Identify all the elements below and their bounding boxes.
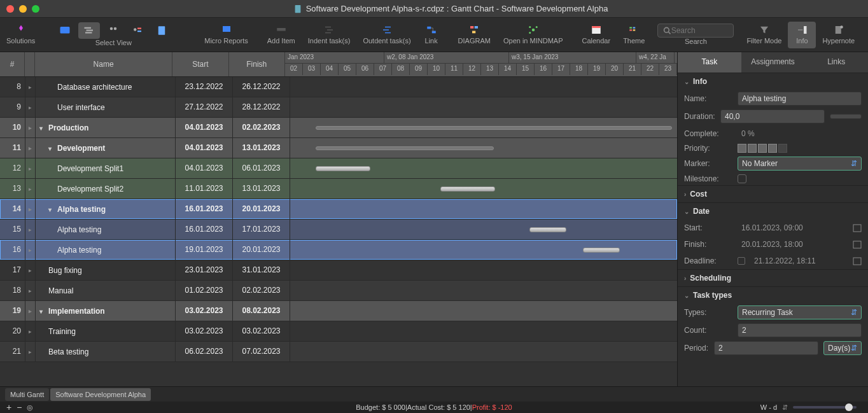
tab-links[interactable]: Links <box>804 52 868 73</box>
target-icon[interactable]: ◎ <box>27 403 33 412</box>
gantt-header: # Name Start Finish Jan 2023w2, 08 Jan 2… <box>0 52 677 77</box>
calendar-button[interactable]: Calendar <box>575 22 617 48</box>
section-scheduling[interactable]: ›Scheduling <box>678 269 868 286</box>
filter-mode-button[interactable]: Filter Mode <box>740 22 788 48</box>
table-row[interactable]: 8▸Database architecture23.12.202226.12.2… <box>0 77 677 97</box>
table-row[interactable]: 11▸▾Development04.01.202313.01.2023 <box>0 138 677 158</box>
svg-point-20 <box>535 26 537 28</box>
svg-rect-34 <box>853 258 861 265</box>
svg-rect-32 <box>853 225 861 232</box>
timeline-header[interactable]: Jan 2023w2, 08 Jan 2023w3, 15 Jan 2023w4… <box>285 52 677 76</box>
table-row[interactable]: 17▸Bug fixing23.01.202331.01.2023 <box>0 260 677 281</box>
milestone-checkbox[interactable] <box>738 174 746 183</box>
zoom-icon[interactable] <box>32 5 39 13</box>
column-number[interactable]: # <box>0 52 25 76</box>
finish-value: 20.01.2023, 18:00 <box>738 238 848 251</box>
svg-rect-23 <box>592 26 601 28</box>
column-start[interactable]: Start <box>172 52 228 76</box>
tab-task[interactable]: Task <box>678 52 741 73</box>
svg-rect-24 <box>630 27 633 28</box>
indent-task-button: Indent task(s) <box>302 22 357 48</box>
svg-point-18 <box>531 28 535 31</box>
duration-unit-select[interactable] <box>830 114 862 119</box>
mindmap-button[interactable]: Open in MINDMAP <box>497 22 570 48</box>
tab-assignments[interactable]: Assignments <box>741 52 805 73</box>
svg-point-19 <box>529 26 531 28</box>
search-input[interactable] <box>657 24 734 38</box>
svg-rect-4 <box>85 32 92 33</box>
info-button[interactable]: Info <box>788 22 816 48</box>
column-disclosure <box>25 52 35 76</box>
inspector-panel: Task Assignments Links ⌄Info Name: Durat… <box>677 52 868 386</box>
column-name[interactable]: Name <box>35 52 172 76</box>
svg-rect-2 <box>85 27 92 28</box>
view-doc-button[interactable] <box>151 22 172 39</box>
close-icon[interactable] <box>6 5 14 13</box>
zoom-stepper[interactable]: ⇵ <box>782 403 788 412</box>
svg-rect-8 <box>137 27 141 29</box>
table-row[interactable]: 18▸Manual01.02.202302.02.2023 <box>0 281 677 301</box>
hypernote-button[interactable]: Hypernote <box>816 22 861 48</box>
footer-tabs: Multi Gantt Software Development Alpha <box>0 386 868 402</box>
view-team-button[interactable] <box>102 22 124 39</box>
svg-point-6 <box>114 27 117 30</box>
outdent-task-button[interactable]: Outdent task(s) <box>356 22 417 48</box>
marker-select[interactable]: No Marker⇵ <box>738 157 862 171</box>
duration-input[interactable] <box>720 109 825 123</box>
svg-point-5 <box>110 27 113 30</box>
calendar-icon[interactable] <box>853 256 862 265</box>
table-row[interactable]: 20▸Training03.02.202303.02.2023 <box>0 321 677 342</box>
svg-rect-10 <box>158 26 165 35</box>
budget-text: Budget: $ 5 000|Actual Cost: $ 5 120| <box>356 403 472 411</box>
column-finish[interactable]: Finish <box>229 52 285 76</box>
svg-rect-15 <box>470 26 473 29</box>
theme-button[interactable]: Theme <box>617 22 651 48</box>
section-info[interactable]: ⌄Info <box>678 73 868 90</box>
micro-reports-button[interactable]: Micro Reports <box>198 22 254 48</box>
table-row[interactable]: 12▸Development Split104.01.202306.01.202… <box>0 158 677 179</box>
tab-multi-gantt[interactable]: Multi Gantt <box>5 388 49 401</box>
section-task-types[interactable]: ⌄Task types <box>678 286 868 304</box>
period-unit-select[interactable]: Day(s)⇵ <box>823 341 862 355</box>
diagram-button[interactable]: DIAGRAM <box>452 22 497 48</box>
window-controls <box>6 5 39 13</box>
minimize-icon[interactable] <box>19 5 27 13</box>
gantt-body[interactable]: 8▸Database architecture23.12.202226.12.2… <box>0 77 677 386</box>
view-gantt-button[interactable] <box>78 22 100 39</box>
section-cost[interactable]: ›Cost <box>678 185 868 202</box>
table-row[interactable]: 10▸▾Production04.01.202302.02.2023 <box>0 118 677 138</box>
table-row[interactable]: 13▸Development Split211.01.202313.01.202… <box>0 179 677 199</box>
remove-icon[interactable]: − <box>17 402 22 412</box>
solutions-button[interactable]: Solutions <box>0 22 41 48</box>
tab-project[interactable]: Software Development Alpha <box>50 388 151 401</box>
types-select[interactable]: Recurring Task⇵ <box>738 305 862 319</box>
svg-rect-29 <box>804 26 807 34</box>
table-row[interactable]: 9▸User interface27.12.202228.12.2022 <box>0 97 677 118</box>
count-input[interactable] <box>738 323 862 337</box>
table-row[interactable]: 15▸Alpha testing16.01.202317.01.2023 <box>0 220 677 240</box>
task-name-input[interactable] <box>738 92 862 106</box>
svg-rect-26 <box>633 27 636 28</box>
view-resource-button[interactable] <box>127 22 148 39</box>
deadline-checkbox[interactable] <box>738 257 745 265</box>
table-row[interactable]: 14▸▾Alpha testing16.01.202320.01.2023 <box>0 199 677 220</box>
calendar-icon[interactable] <box>853 223 862 232</box>
table-row[interactable]: 16▸Alpha testing19.01.202320.01.2023 <box>0 240 677 260</box>
titlebar: Software Development Alpha-s-r.cdpz : Ga… <box>0 0 868 18</box>
zoom-slider[interactable] <box>793 406 857 409</box>
gantt-panel: # Name Start Finish Jan 2023w2, 08 Jan 2… <box>0 52 677 386</box>
table-row[interactable]: 21▸Beta testing06.02.202307.02.2023 <box>0 342 677 362</box>
period-input[interactable] <box>714 341 818 355</box>
svg-rect-17 <box>472 31 475 33</box>
profit-text: Profit: $ -120 <box>472 403 512 411</box>
calendar-icon[interactable] <box>853 240 862 249</box>
view-kanban-button[interactable] <box>54 22 76 39</box>
add-icon[interactable]: + <box>6 402 11 412</box>
complete-value: 0 % <box>738 127 862 140</box>
link-button[interactable]: Link <box>417 22 445 48</box>
window-title: Software Development Alpha-s-r.cdpz : Ga… <box>39 4 862 13</box>
priority-selector[interactable] <box>738 144 787 153</box>
table-row[interactable]: 19▸▾Implementation03.02.202308.02.2023 <box>0 301 677 321</box>
svg-rect-9 <box>137 31 141 32</box>
section-date[interactable]: ⌄Date <box>678 202 868 220</box>
